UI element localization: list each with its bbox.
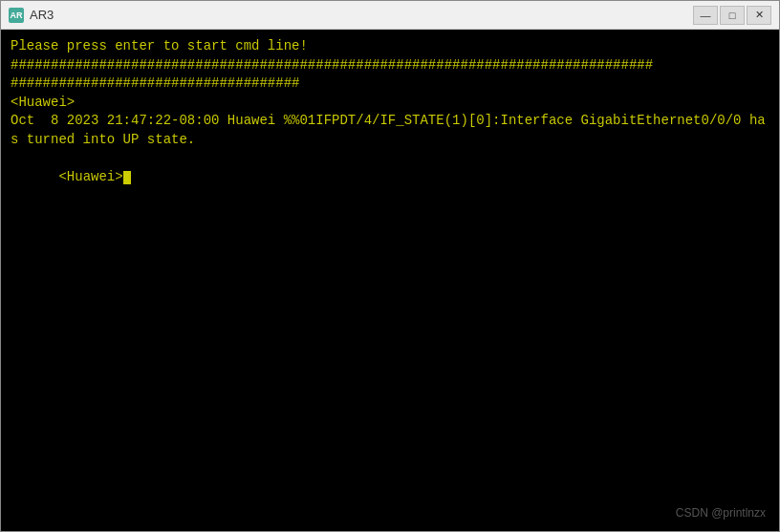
terminal-line-4: <Huawei> <box>11 94 769 113</box>
app-icon-text: AR <box>11 11 23 20</box>
watermark: CSDN @printlnzx <box>676 505 766 521</box>
window-title: AR3 <box>30 8 54 22</box>
maximize-button[interactable]: □ <box>720 6 745 25</box>
prompt-text: <Huawei> <box>58 169 122 184</box>
minimize-button[interactable]: — <box>693 6 718 25</box>
title-bar-left: AR AR3 <box>9 8 693 23</box>
terminal-line-5: Oct 8 2023 21:47:22-08:00 Huawei %%01IFP… <box>11 112 769 149</box>
main-window: AR AR3 — □ ✕ Please press enter to start… <box>0 0 780 532</box>
terminal-line-2: ########################################… <box>11 56 769 75</box>
title-bar-controls: — □ ✕ <box>693 6 771 25</box>
terminal-line-1: Please press enter to start cmd line! <box>11 37 769 56</box>
app-icon: AR <box>9 8 24 23</box>
terminal-line-3: #################################### <box>11 74 769 94</box>
close-button[interactable]: ✕ <box>747 6 771 25</box>
cursor <box>123 171 131 184</box>
terminal-body[interactable]: Please press enter to start cmd line! ##… <box>1 30 779 531</box>
title-bar: AR AR3 — □ ✕ <box>1 1 779 30</box>
terminal-line-6: <Huawei> <box>11 150 769 206</box>
